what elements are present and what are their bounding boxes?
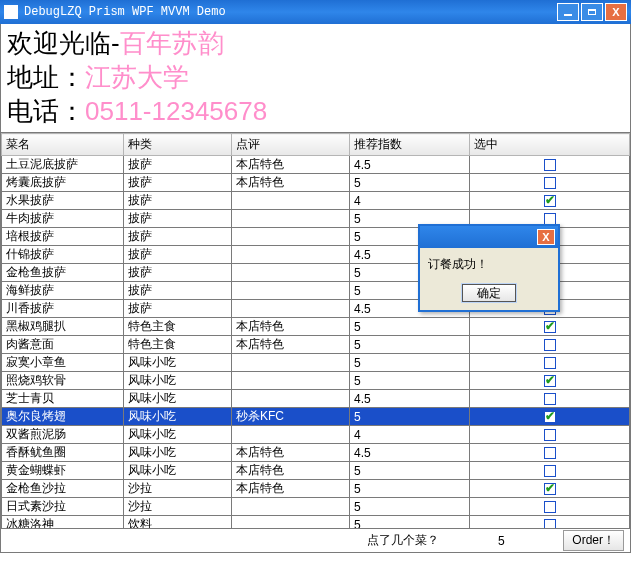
cell-rec[interactable]: 5 bbox=[350, 318, 470, 336]
data-grid[interactable]: 菜名 种类 点评 推荐指数 选中 土豆泥底披萨披萨本店特色4.5烤囊底披萨披萨本… bbox=[0, 133, 631, 529]
cell-name[interactable]: 照烧鸡软骨 bbox=[2, 372, 124, 390]
close-button[interactable]: X bbox=[605, 3, 627, 21]
checkbox-icon[interactable] bbox=[544, 321, 556, 333]
cell-name[interactable]: 肉酱意面 bbox=[2, 336, 124, 354]
dialog-close-button[interactable]: X bbox=[537, 229, 555, 245]
table-row[interactable]: 照烧鸡软骨风味小吃5 bbox=[2, 372, 630, 390]
table-row[interactable]: 金枪鱼沙拉沙拉本店特色5 bbox=[2, 480, 630, 498]
cell-cat[interactable]: 披萨 bbox=[124, 174, 232, 192]
cell-cat[interactable]: 特色主食 bbox=[124, 336, 232, 354]
cell-rec[interactable]: 5 bbox=[350, 354, 470, 372]
table-row[interactable]: 黄金蝴蝶虾风味小吃本店特色5 bbox=[2, 462, 630, 480]
cell-name[interactable]: 什锦披萨 bbox=[2, 246, 124, 264]
cell-rec[interactable]: 4.5 bbox=[350, 390, 470, 408]
cell-cat[interactable]: 披萨 bbox=[124, 282, 232, 300]
cell-name[interactable]: 金枪鱼披萨 bbox=[2, 264, 124, 282]
cell-rec[interactable]: 5 bbox=[350, 174, 470, 192]
cell-rev[interactable]: 本店特色 bbox=[232, 318, 350, 336]
cell-rev[interactable]: 本店特色 bbox=[232, 480, 350, 498]
table-row[interactable]: 烤囊底披萨披萨本店特色5 bbox=[2, 174, 630, 192]
col-header-category[interactable]: 种类 bbox=[124, 134, 232, 156]
cell-checkbox[interactable] bbox=[470, 354, 630, 372]
cell-name[interactable]: 水果披萨 bbox=[2, 192, 124, 210]
cell-name[interactable]: 香酥鱿鱼圈 bbox=[2, 444, 124, 462]
checkbox-icon[interactable] bbox=[544, 339, 556, 351]
checkbox-icon[interactable] bbox=[544, 159, 556, 171]
cell-name[interactable]: 冰糖洛神 bbox=[2, 516, 124, 530]
cell-rev[interactable] bbox=[232, 210, 350, 228]
table-row[interactable]: 肉酱意面特色主食本店特色5 bbox=[2, 336, 630, 354]
col-header-rec[interactable]: 推荐指数 bbox=[350, 134, 470, 156]
cell-rec[interactable]: 5 bbox=[350, 498, 470, 516]
cell-rev[interactable] bbox=[232, 264, 350, 282]
checkbox-icon[interactable] bbox=[544, 483, 556, 495]
cell-rev[interactable]: 本店特色 bbox=[232, 174, 350, 192]
table-row[interactable]: 寂寞小章鱼风味小吃5 bbox=[2, 354, 630, 372]
col-header-selected[interactable]: 选中 bbox=[470, 134, 630, 156]
checkbox-icon[interactable] bbox=[544, 375, 556, 387]
cell-name[interactable]: 日式素沙拉 bbox=[2, 498, 124, 516]
cell-name[interactable]: 奥尔良烤翅 bbox=[2, 408, 124, 426]
cell-name[interactable]: 寂寞小章鱼 bbox=[2, 354, 124, 372]
cell-rec[interactable]: 4 bbox=[350, 426, 470, 444]
cell-rev[interactable] bbox=[232, 282, 350, 300]
cell-rev[interactable]: 本店特色 bbox=[232, 462, 350, 480]
table-row[interactable]: 芝士青贝风味小吃4.5 bbox=[2, 390, 630, 408]
table-row[interactable]: 奥尔良烤翅风味小吃秒杀KFC5 bbox=[2, 408, 630, 426]
cell-cat[interactable]: 风味小吃 bbox=[124, 354, 232, 372]
cell-rev[interactable] bbox=[232, 390, 350, 408]
cell-rec[interactable]: 4 bbox=[350, 192, 470, 210]
cell-cat[interactable]: 披萨 bbox=[124, 264, 232, 282]
cell-checkbox[interactable] bbox=[470, 318, 630, 336]
cell-rec[interactable]: 5 bbox=[350, 372, 470, 390]
minimize-button[interactable] bbox=[557, 3, 579, 21]
checkbox-icon[interactable] bbox=[544, 465, 556, 477]
cell-name[interactable]: 双酱煎泥肠 bbox=[2, 426, 124, 444]
cell-rev[interactable] bbox=[232, 354, 350, 372]
cell-rev[interactable] bbox=[232, 192, 350, 210]
cell-checkbox[interactable] bbox=[470, 516, 630, 530]
cell-checkbox[interactable] bbox=[470, 174, 630, 192]
cell-rev[interactable]: 秒杀KFC bbox=[232, 408, 350, 426]
table-row[interactable]: 双酱煎泥肠风味小吃4 bbox=[2, 426, 630, 444]
cell-name[interactable]: 黑椒鸡腿扒 bbox=[2, 318, 124, 336]
cell-cat[interactable]: 披萨 bbox=[124, 210, 232, 228]
cell-checkbox[interactable] bbox=[470, 480, 630, 498]
cell-checkbox[interactable] bbox=[470, 156, 630, 174]
cell-rec[interactable]: 5 bbox=[350, 480, 470, 498]
cell-rev[interactable]: 本店特色 bbox=[232, 444, 350, 462]
checkbox-icon[interactable] bbox=[544, 195, 556, 207]
cell-rec[interactable]: 4.5 bbox=[350, 444, 470, 462]
cell-name[interactable]: 黄金蝴蝶虾 bbox=[2, 462, 124, 480]
cell-rec[interactable]: 4.5 bbox=[350, 156, 470, 174]
cell-name[interactable]: 牛肉披萨 bbox=[2, 210, 124, 228]
cell-rec[interactable]: 5 bbox=[350, 462, 470, 480]
cell-cat[interactable]: 风味小吃 bbox=[124, 408, 232, 426]
cell-cat[interactable]: 披萨 bbox=[124, 228, 232, 246]
cell-name[interactable]: 烤囊底披萨 bbox=[2, 174, 124, 192]
checkbox-icon[interactable] bbox=[544, 411, 556, 423]
checkbox-icon[interactable] bbox=[544, 447, 556, 459]
checkbox-icon[interactable] bbox=[544, 501, 556, 513]
table-row[interactable]: 土豆泥底披萨披萨本店特色4.5 bbox=[2, 156, 630, 174]
cell-cat[interactable]: 特色主食 bbox=[124, 318, 232, 336]
cell-name[interactable]: 海鲜披萨 bbox=[2, 282, 124, 300]
cell-rev[interactable] bbox=[232, 300, 350, 318]
cell-cat[interactable]: 披萨 bbox=[124, 156, 232, 174]
cell-name[interactable]: 川香披萨 bbox=[2, 300, 124, 318]
cell-cat[interactable]: 披萨 bbox=[124, 300, 232, 318]
maximize-button[interactable] bbox=[581, 3, 603, 21]
cell-cat[interactable]: 风味小吃 bbox=[124, 462, 232, 480]
cell-rev[interactable] bbox=[232, 498, 350, 516]
cell-name[interactable]: 培根披萨 bbox=[2, 228, 124, 246]
cell-checkbox[interactable] bbox=[470, 390, 630, 408]
cell-name[interactable]: 金枪鱼沙拉 bbox=[2, 480, 124, 498]
checkbox-icon[interactable] bbox=[544, 429, 556, 441]
cell-cat[interactable]: 披萨 bbox=[124, 246, 232, 264]
cell-cat[interactable]: 风味小吃 bbox=[124, 390, 232, 408]
cell-name[interactable]: 土豆泥底披萨 bbox=[2, 156, 124, 174]
cell-rev[interactable] bbox=[232, 246, 350, 264]
cell-checkbox[interactable] bbox=[470, 336, 630, 354]
checkbox-icon[interactable] bbox=[544, 177, 556, 189]
table-row[interactable]: 日式素沙拉沙拉5 bbox=[2, 498, 630, 516]
